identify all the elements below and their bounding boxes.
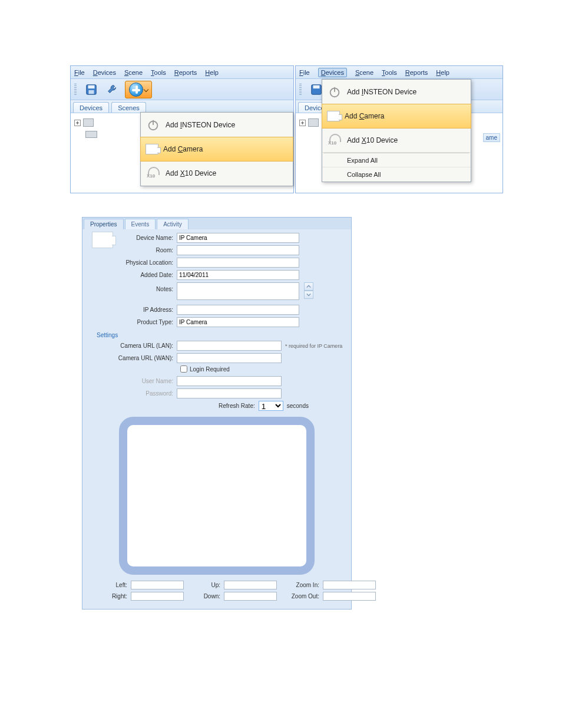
tree-expand-icon[interactable]	[74, 120, 81, 126]
wrench-icon	[106, 83, 119, 96]
ptz-up-input[interactable]	[224, 581, 277, 589]
device-icon	[83, 118, 94, 127]
menu-file[interactable]: File	[74, 69, 85, 76]
menu-label: Add INSTEON Device	[347, 88, 416, 96]
menu-item-add-insteon[interactable]: Add INSTEON Device	[322, 80, 471, 104]
user-name-input	[177, 376, 282, 386]
x10-icon	[327, 134, 342, 147]
menu-label: Add INSTEON Device	[166, 121, 235, 129]
menu-devices[interactable]: Devices	[93, 69, 116, 76]
physical-location-input[interactable]	[177, 258, 299, 268]
ip-address-field	[177, 305, 299, 315]
add-device-menu: Add INSTEON Device Add Camera Add X10 De…	[140, 112, 293, 186]
label-physical-location: Physical Location:	[88, 259, 177, 266]
camera-device-icon	[92, 232, 113, 248]
menu-help[interactable]: Help	[436, 69, 449, 76]
label-camera-url-wan: Camera URL (WAN):	[88, 355, 177, 361]
menu-tools[interactable]: Tools	[151, 69, 166, 76]
device-icon	[308, 118, 319, 127]
product-type-field	[177, 317, 299, 327]
app-window-right: File Devices Scene Tools Reports Help De…	[295, 65, 503, 193]
login-required-checkbox[interactable]	[180, 365, 187, 373]
label-seconds: seconds	[287, 403, 309, 409]
menu-label: Collapse All	[347, 171, 381, 178]
menu-label: Add Camera	[345, 112, 384, 120]
label-user-name: User Name:	[88, 378, 177, 384]
label-login-required: Login Required	[190, 366, 230, 373]
app-window-left: File Devices Scene Tools Reports Help De…	[70, 65, 294, 193]
tab-properties[interactable]: Properties	[84, 219, 124, 229]
label-up: Up:	[186, 582, 222, 588]
camera-url-lan-input[interactable]	[177, 341, 282, 351]
menu-label: Add Camera	[163, 145, 203, 153]
power-icon	[146, 117, 161, 133]
ptz-controls: Left: Up: Zoom In: Right: Down: Zoom Out…	[93, 581, 345, 601]
toolbar	[71, 79, 293, 100]
camera-url-wan-input[interactable]	[177, 353, 282, 363]
column-header-name: ame	[483, 133, 500, 142]
tab-scenes[interactable]: Scenes	[111, 102, 146, 113]
chevron-down-icon	[144, 87, 148, 91]
label-down: Down:	[186, 593, 222, 599]
add-device-split-button[interactable]	[125, 81, 152, 98]
room-input[interactable]	[177, 245, 299, 255]
label-ip-address: IP Address:	[88, 307, 177, 313]
menu-reports[interactable]: Reports	[174, 69, 197, 76]
label-product-type: Product Type:	[88, 319, 177, 325]
x10-icon	[146, 167, 161, 180]
settings-button[interactable]	[104, 81, 121, 98]
chevron-down-icon	[306, 292, 311, 297]
toolbar-grip-icon	[299, 84, 302, 95]
menu-label: Add X10 Device	[166, 169, 216, 177]
label-right: Right:	[93, 593, 128, 599]
svg-rect-6	[313, 85, 320, 88]
section-settings: Settings	[97, 332, 345, 338]
ptz-zoom-in-input[interactable]	[323, 581, 376, 589]
tab-activity[interactable]: Activity	[157, 219, 189, 229]
device-name-input[interactable]	[177, 233, 299, 243]
menu-item-add-camera[interactable]: Add Camera	[140, 137, 293, 162]
refresh-rate-select[interactable]: 1	[259, 401, 283, 411]
ptz-left-input[interactable]	[131, 581, 184, 589]
ptz-zoom-out-input[interactable]	[323, 592, 376, 601]
menu-help[interactable]: Help	[205, 69, 219, 76]
power-icon	[327, 84, 342, 100]
scroll-up-button[interactable]	[304, 282, 313, 291]
menu-item-add-camera[interactable]: Add Camera	[322, 104, 471, 129]
scroll-down-button[interactable]	[304, 291, 313, 299]
menu-scene[interactable]: Scene	[355, 69, 373, 76]
menu-item-add-insteon[interactable]: Add INSTEON Device	[141, 113, 293, 137]
ptz-right-input[interactable]	[131, 592, 184, 601]
label-added-date: Added Date:	[88, 272, 177, 278]
menubar: File Devices Scene Tools Reports Help	[296, 66, 503, 79]
save-icon	[85, 83, 98, 96]
devices-menu-dropdown: Add INSTEON Device Add Camera Add X10 De…	[322, 79, 471, 182]
menu-item-expand-all[interactable]: Expand All	[322, 153, 471, 167]
tab-events[interactable]: Events	[125, 219, 156, 229]
tree-expand-icon[interactable]	[299, 120, 306, 126]
menu-reports[interactable]: Reports	[405, 69, 428, 76]
added-date-input[interactable]	[177, 270, 299, 280]
menu-item-collapse-all[interactable]: Collapse All	[322, 167, 471, 182]
camera-icon	[327, 111, 340, 121]
menu-tools[interactable]: Tools	[382, 69, 397, 76]
label-notes: Notes:	[88, 282, 177, 292]
menu-scene[interactable]: Scene	[124, 69, 143, 76]
device-icon	[85, 131, 97, 138]
camera-preview	[119, 417, 315, 575]
toolbar-grip-icon	[74, 84, 77, 95]
menu-item-add-x10[interactable]: Add X10 Device	[141, 161, 293, 186]
save-button[interactable]	[82, 81, 100, 98]
notes-textarea[interactable]	[177, 282, 299, 300]
svg-rect-2	[88, 90, 94, 93]
menu-devices[interactable]: Devices	[318, 68, 347, 77]
svg-rect-1	[88, 85, 95, 88]
menubar: File Devices Scene Tools Reports Help	[71, 66, 293, 79]
menu-file[interactable]: File	[299, 69, 310, 76]
tab-devices[interactable]: Devices	[73, 102, 109, 113]
ptz-down-input[interactable]	[224, 592, 277, 601]
properties-tabs: Properties Events Activity	[82, 218, 351, 229]
save-icon	[310, 83, 323, 96]
password-input	[177, 388, 282, 398]
menu-item-add-x10[interactable]: Add X10 Device	[322, 128, 471, 153]
